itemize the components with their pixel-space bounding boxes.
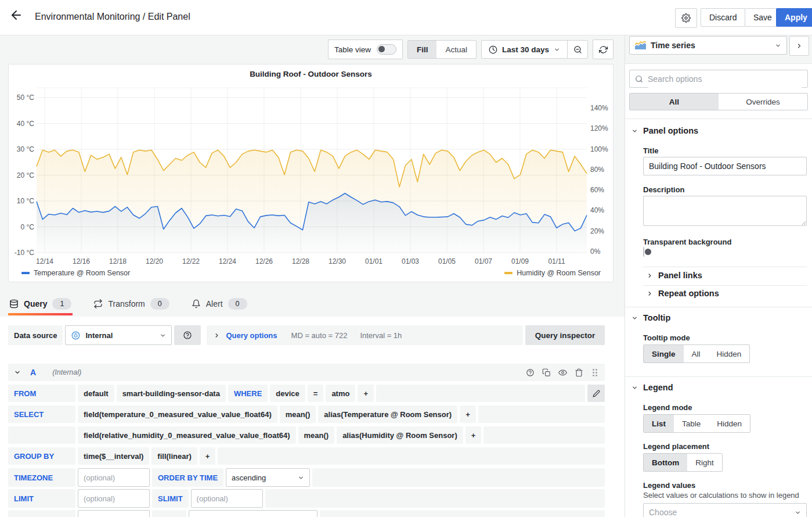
select1-field[interactable]: field(temperature_0_measured_value_value… [78,405,277,423]
collapse-options-button[interactable] [789,36,809,56]
drag-handle-icon[interactable] [591,368,599,377]
format-select[interactable]: Time series [78,510,150,517]
zoom-out-button[interactable] [567,41,587,58]
from-policy[interactable]: default [78,385,114,402]
table-view-label: Table view [329,45,377,54]
legend-header[interactable]: Legend [631,383,673,392]
from-measurement[interactable]: smart-building-sensor-data [117,385,226,402]
actual-option[interactable]: Actual [436,41,476,58]
groupby-time[interactable]: time($__interval) [78,447,149,465]
legend-placement-bottom[interactable]: Bottom [644,454,687,471]
query-row-format: FORMAT AS Time series ALIAS [8,510,605,517]
legend-mode-table[interactable]: Table [674,415,709,432]
tab-alert[interactable]: Alert 0 [190,292,248,315]
select2-add-button[interactable]: + [465,426,482,444]
select2-field[interactable]: field(relative_humidity_0_measured_value… [78,426,296,444]
help-circle-icon[interactable] [526,368,535,377]
select2-mean[interactable]: mean() [298,426,335,444]
from-keyword[interactable]: FROM [8,385,75,402]
legend-placement-right[interactable]: Right [687,454,722,471]
where-key[interactable]: device [270,385,305,402]
chevron-down-icon[interactable] [14,369,21,376]
select-keyword[interactable]: SELECT [8,405,75,423]
tooltip-header[interactable]: Tooltip [631,313,670,322]
groupby-keyword[interactable]: GROUP BY [8,447,75,465]
groupby-fill[interactable]: fill(linear) [151,447,197,465]
tab-overrides[interactable]: Overrides [719,94,807,110]
copy-icon[interactable] [542,368,551,377]
legend-mode-hidden[interactable]: Hidden [709,415,750,432]
datasource-picker[interactable]: Internal [65,325,172,345]
select2-alias[interactable]: alias(Humidity @ Room Sensor) [337,426,463,444]
chevron-right-icon [647,272,653,279]
row-filler [265,489,605,508]
where-operator[interactable]: = [308,385,324,402]
settings-button[interactable] [675,8,697,28]
tooltip-mode-all[interactable]: All [684,345,709,362]
refresh-button[interactable] [593,40,613,59]
orderby-select[interactable]: ascending [226,468,310,487]
chevron-down-icon [554,46,560,53]
select1-mean[interactable]: mean() [280,405,316,423]
time-picker-group: Last 30 days [481,40,588,59]
time-range-picker[interactable]: Last 30 days [482,41,567,58]
legend-item-temperature[interactable]: Temperature @ Room Sensor [21,269,130,277]
tab-all[interactable]: All [630,94,719,110]
legend-mode-list[interactable]: List [644,415,674,432]
transparent-background-toggle[interactable] [643,247,644,257]
tab-transform[interactable]: Transform 0 [92,292,170,315]
tooltip-mode-single[interactable]: Single [644,345,684,362]
repeat-options-header[interactable]: Repeat options [647,289,719,298]
table-view-toggle[interactable] [377,44,396,55]
back-button[interactable] [9,8,23,22]
panel-links-header[interactable]: Panel links [647,271,702,280]
fill-option[interactable]: Fill [408,41,437,58]
legend-item-humidity[interactable]: Humidity @ Room Sensor [504,269,601,277]
limit-keyword[interactable]: LIMIT [8,489,75,508]
where-value[interactable]: atmo [326,385,355,402]
slimit-keyword[interactable]: SLIMIT [152,489,189,508]
slimit-input[interactable] [191,489,263,508]
query-ref-row: A (Internal) [8,364,605,381]
query-ref-id[interactable]: A [30,368,36,377]
viz-picker[interactable]: Time series [629,36,787,55]
resize-handle-icon[interactable] [802,221,806,225]
alias-input[interactable] [189,510,317,517]
svg-text:01/09: 01/09 [511,257,529,265]
save-button[interactable]: Save [745,8,781,27]
tab-query[interactable]: Query 1 [8,292,73,315]
where-keyword[interactable]: WHERE [228,385,268,402]
datasource-help-button[interactable] [174,325,201,345]
legend-placement-segment: Bottom Right [643,453,723,472]
timezone-keyword[interactable]: TIMEZONE [8,468,75,487]
chart-panel: Building Roof - Outdoor Sensors 12/1412/… [8,64,613,282]
svg-text:10 °C: 10 °C [17,197,34,205]
discard-button[interactable]: Discard [701,8,745,27]
timezone-input[interactable] [78,468,150,487]
alias-keyword[interactable]: ALIAS [152,510,186,517]
divider [625,307,812,307]
toggle-text-edit-button[interactable] [587,385,605,402]
eye-icon[interactable] [558,368,567,377]
limit-input[interactable] [78,489,150,508]
chart-plot[interactable]: 12/1412/1612/1812/2012/2212/2412/2612/28… [9,82,614,274]
search-options-input[interactable] [648,70,802,88]
query-row-groupby: GROUP BY time($__interval) fill(linear) … [8,447,605,465]
select1-alias[interactable]: alias(Temperature @ Room Sensor) [318,405,457,423]
groupby-add-button[interactable]: + [200,447,216,465]
select1-add-button[interactable]: + [460,405,476,423]
chevron-right-icon [214,332,220,339]
format-keyword[interactable]: FORMAT AS [8,510,75,517]
orderby-keyword[interactable]: ORDER BY TIME [152,468,223,487]
legend-values-select[interactable]: Choose [643,503,807,517]
panel-title-input[interactable] [643,157,807,175]
search-options-box[interactable] [629,70,808,88]
tooltip-mode-hidden[interactable]: Hidden [709,345,750,362]
query-options-bar[interactable]: Query options MD = auto = 722 Interval =… [207,325,523,345]
query-inspector-button[interactable]: Query inspector [525,325,605,345]
description-textarea[interactable] [643,196,807,226]
apply-button[interactable]: Apply [776,8,812,27]
trash-icon[interactable] [575,368,583,377]
where-add-button[interactable]: + [358,385,374,402]
panel-options-header[interactable]: Panel options [631,126,698,135]
